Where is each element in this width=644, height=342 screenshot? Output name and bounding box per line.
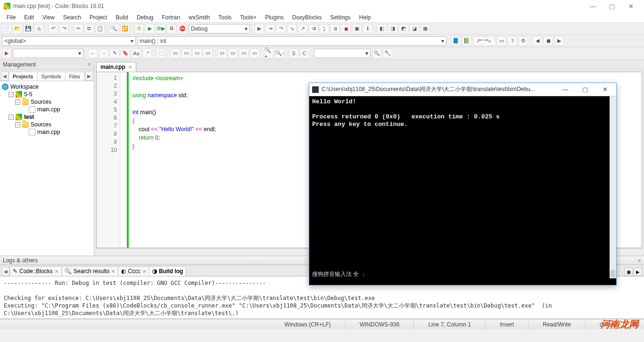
- matchcase-icon[interactable]: Aa: [132, 49, 141, 58]
- rect4-icon[interactable]: ▭: [203, 49, 213, 58]
- zoom-out-icon[interactable]: 🔍-: [275, 49, 284, 58]
- tree-folder-sources-2[interactable]: − Sources: [2, 121, 92, 128]
- doxy-project-icon[interactable]: 📘: [451, 36, 461, 46]
- collapse-icon[interactable]: −: [8, 92, 14, 97]
- menu-toolsplus[interactable]: Tools+: [236, 13, 260, 22]
- tab-symbols[interactable]: Symbols: [37, 72, 65, 81]
- block1-icon[interactable]: ▭: [217, 49, 227, 58]
- find-icon[interactable]: 🔍: [109, 24, 119, 33]
- step-instr-icon[interactable]: ⤵: [320, 24, 329, 33]
- misc4-icon[interactable]: ◪: [410, 24, 419, 33]
- console-close-button[interactable]: ✕: [596, 86, 613, 93]
- goto-icon[interactable]: ▶: [2, 49, 11, 58]
- nav-back-icon[interactable]: ◀: [533, 36, 542, 46]
- misc3-icon[interactable]: ◩: [399, 24, 408, 33]
- next-icon[interactable]: →: [99, 49, 108, 58]
- tree-project-5-5[interactable]: − 5-5: [2, 91, 92, 98]
- menu-search[interactable]: Search: [59, 13, 85, 22]
- step-into-icon[interactable]: ↘: [287, 24, 297, 33]
- menu-file[interactable]: File: [3, 13, 19, 22]
- rect3-icon[interactable]: ▭: [192, 49, 202, 58]
- tab-projects[interactable]: Projects: [8, 72, 37, 81]
- minimize-button[interactable]: —: [584, 3, 603, 10]
- abort-icon[interactable]: ⛔: [178, 24, 187, 33]
- scope-right-combo[interactable]: main() : int▾: [137, 36, 446, 46]
- build-run-icon[interactable]: ⚙▶: [156, 24, 165, 33]
- menu-view[interactable]: View: [39, 13, 58, 22]
- open-icon[interactable]: 📂: [13, 24, 22, 33]
- c-icon[interactable]: C: [300, 49, 309, 58]
- save-all-icon[interactable]: ⎘: [34, 24, 44, 33]
- nav-stop-icon[interactable]: ◼: [544, 36, 553, 46]
- undo-icon[interactable]: ↶: [49, 24, 58, 33]
- log-tab-codeblocks[interactable]: ✎Code::Blocks✕: [9, 266, 62, 276]
- cut-icon[interactable]: ✂: [74, 24, 83, 33]
- rebuild-icon[interactable]: ♻: [167, 24, 176, 33]
- log-tab-search[interactable]: 🔍Search results✕: [61, 266, 119, 276]
- menu-doxyblocks[interactable]: DoxyBlocks: [289, 13, 326, 22]
- logs-tabs-right-icon[interactable]: ▶: [634, 267, 642, 276]
- log-tab-build[interactable]: ◑Build log: [149, 266, 186, 276]
- menu-build[interactable]: Build: [112, 13, 132, 22]
- save-icon[interactable]: 💾: [24, 24, 33, 33]
- search-input[interactable]: ▾: [13, 49, 83, 58]
- tree-file-main1[interactable]: main.cpp: [2, 106, 92, 113]
- new-file-icon[interactable]: 📄: [2, 24, 11, 33]
- step-out-icon[interactable]: ↗: [298, 24, 307, 33]
- editor-tab-main[interactable]: main.cpp ✕: [96, 62, 136, 72]
- replace-icon[interactable]: 🔁: [120, 24, 130, 33]
- menu-wxsmith[interactable]: wxSmith: [185, 13, 214, 22]
- paste-icon[interactable]: 📋: [95, 24, 105, 33]
- menu-plugins[interactable]: Plugins: [261, 13, 287, 22]
- block4-icon[interactable]: ▭: [250, 49, 259, 58]
- doxy-extract-icon[interactable]: 📗: [462, 36, 471, 46]
- extra-combo[interactable]: ▾: [314, 49, 371, 58]
- menu-debug[interactable]: Debug: [133, 13, 157, 22]
- mgmt-tabs-left-icon[interactable]: ◀: [1, 71, 8, 81]
- next-instr-icon[interactable]: ⇉: [309, 24, 318, 33]
- collapse-icon[interactable]: −: [15, 122, 20, 127]
- bookmark-icon[interactable]: 🔖: [121, 49, 130, 58]
- misc2-icon[interactable]: ◨: [388, 24, 397, 33]
- wrench-icon[interactable]: 🔧: [383, 49, 392, 58]
- doxy-help-icon[interactable]: ?: [508, 36, 517, 46]
- select-icon[interactable]: ⬚: [157, 49, 166, 58]
- misc5-icon[interactable]: ▦: [421, 24, 430, 33]
- menu-edit[interactable]: Edit: [20, 13, 38, 22]
- logs-close-icon[interactable]: ✕: [637, 258, 641, 263]
- tree-file-main2[interactable]: main.cpp: [2, 128, 92, 136]
- block3-icon[interactable]: ▭: [239, 49, 248, 58]
- menu-help[interactable]: Help: [355, 13, 375, 22]
- copy-icon[interactable]: ⧉: [84, 24, 94, 33]
- debug-start-icon[interactable]: ▶: [255, 24, 264, 33]
- menu-tools[interactable]: Tools: [215, 13, 235, 22]
- project-tree[interactable]: Workspace − 5-5 − Sources main.cpp − tes…: [0, 81, 94, 256]
- misc-icon[interactable]: ◧: [377, 24, 387, 33]
- build-icon[interactable]: ⚙: [134, 24, 144, 33]
- doxy-comment-icon[interactable]: /** **<: [473, 36, 495, 46]
- rect2-icon[interactable]: ▭: [182, 49, 191, 58]
- logs-tabs-left-icon[interactable]: ◀: [2, 267, 9, 276]
- menu-settings[interactable]: Settings: [326, 13, 354, 22]
- doxy-box-icon[interactable]: ▭: [497, 36, 506, 46]
- zoom-in-icon[interactable]: 🔍+: [264, 49, 273, 58]
- collapse-icon[interactable]: −: [15, 100, 20, 105]
- highlight-icon[interactable]: ✎: [110, 49, 119, 58]
- management-close-icon[interactable]: ✕: [87, 62, 91, 67]
- log-tab-cccc[interactable]: ◐Cccc✕: [118, 266, 149, 276]
- redo-icon[interactable]: ↷: [59, 24, 69, 33]
- build-target-combo[interactable]: Debug▾: [189, 24, 250, 33]
- tree-folder-sources-1[interactable]: − Sources: [2, 98, 92, 106]
- doxy-settings-icon[interactable]: ⚙: [519, 36, 528, 46]
- debug-windows-icon[interactable]: ▣: [352, 24, 362, 33]
- break-icon[interactable]: ⏸: [330, 24, 340, 33]
- menu-project[interactable]: Project: [86, 13, 111, 22]
- console-scrollbar[interactable]: [610, 96, 616, 278]
- close-button[interactable]: ✕: [621, 3, 640, 10]
- nav-fwd-icon[interactable]: ▶: [554, 36, 564, 46]
- console-minimize-button[interactable]: —: [557, 86, 574, 93]
- scope-left-combo[interactable]: <global>▾: [2, 36, 136, 46]
- tab-files[interactable]: Files: [65, 72, 84, 81]
- console-maximize-button[interactable]: ▢: [577, 86, 594, 93]
- prev-icon[interactable]: ←: [88, 49, 98, 58]
